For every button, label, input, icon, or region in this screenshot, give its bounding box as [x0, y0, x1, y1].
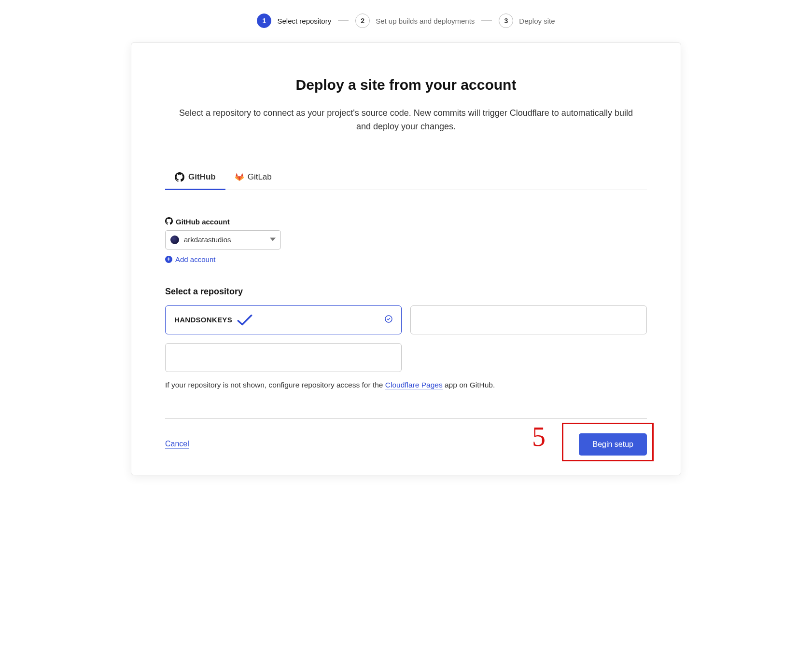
add-account-label: Add account	[175, 255, 215, 263]
repository-help-text: If your repository is not shown, configu…	[165, 381, 647, 389]
github-icon	[175, 172, 184, 182]
add-account-link[interactable]: + Add account	[165, 255, 647, 263]
page-title: Deploy a site from your account	[165, 77, 647, 93]
cancel-link[interactable]: Cancel	[165, 440, 189, 449]
repo-name: HANDSONKEYS	[174, 316, 232, 324]
begin-setup-button[interactable]: Begin setup	[579, 433, 647, 456]
step-1-label: Select repository	[277, 17, 331, 25]
footer-divider	[165, 418, 647, 419]
step-divider	[481, 20, 492, 21]
tab-gitlab-label: GitLab	[248, 172, 272, 182]
github-account-select[interactable]: arkdatastudios	[165, 230, 281, 249]
annotation-step-number: 5	[532, 421, 546, 452]
step-2-circle: 2	[355, 14, 370, 28]
chevron-down-icon	[270, 235, 276, 244]
step-2-label: Set up builds and deployments	[376, 17, 475, 25]
repo-option-empty-2[interactable]	[165, 343, 402, 372]
tab-github-label: GitHub	[188, 172, 216, 182]
page-subtitle: Select a repository to connect as your p…	[174, 107, 638, 134]
step-1: 1 Select repository	[257, 14, 331, 28]
help-suffix: app on GitHub.	[443, 381, 495, 389]
avatar	[170, 235, 179, 244]
selected-check-icon	[385, 315, 392, 325]
step-3: 3 Deploy site	[499, 14, 555, 28]
github-account-label-text: GitHub account	[176, 218, 230, 226]
github-account-value: arkdatastudios	[184, 235, 231, 244]
main-card: Deploy a site from your account Select a…	[131, 42, 681, 475]
step-2: 2 Set up builds and deployments	[355, 14, 475, 28]
plus-circle-icon: +	[165, 256, 172, 263]
github-account-label: GitHub account	[165, 217, 647, 226]
github-icon	[165, 217, 173, 226]
step-3-circle: 3	[499, 14, 513, 28]
help-prefix: If your repository is not shown, configu…	[165, 381, 385, 389]
tab-github[interactable]: GitHub	[165, 167, 225, 190]
gitlab-icon	[235, 173, 244, 181]
tab-gitlab[interactable]: GitLab	[225, 167, 281, 190]
step-3-label: Deploy site	[519, 17, 555, 25]
step-divider	[338, 20, 349, 21]
repo-option-empty-1[interactable]	[410, 305, 647, 334]
footer-actions: Cancel Begin setup 5	[165, 433, 647, 456]
select-repository-heading: Select a repository	[165, 287, 647, 297]
repo-option-handsonkeys[interactable]: HANDSONKEYS	[165, 305, 402, 334]
step-1-circle: 1	[257, 14, 271, 28]
check-annotation-icon	[236, 314, 253, 326]
provider-tabs: GitHub GitLab	[165, 167, 647, 190]
progress-stepper: 1 Select repository 2 Set up builds and …	[0, 0, 812, 38]
repository-grid: HANDSONKEYS	[165, 305, 647, 372]
cloudflare-pages-link[interactable]: Cloudflare Pages	[385, 381, 443, 389]
